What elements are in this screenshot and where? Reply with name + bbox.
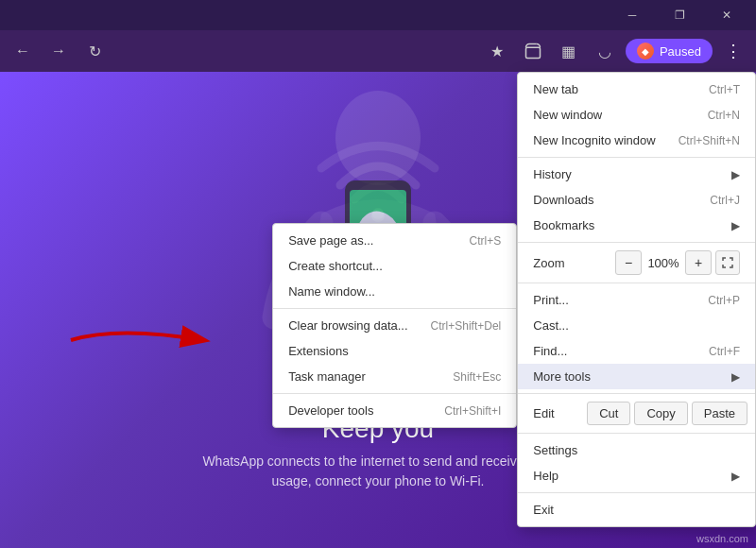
cut-button[interactable]: Cut (587, 402, 630, 425)
submenu-clear-browsing[interactable]: Clear browsing data... Ctrl+Shift+Del (273, 313, 516, 338)
submenu-name-window[interactable]: Name window... (273, 279, 516, 304)
menu-divider-6 (518, 492, 755, 493)
menu-incognito[interactable]: New Incognito window Ctrl+Shift+N (518, 128, 755, 153)
submenu-extensions[interactable]: Extensions (273, 338, 516, 364)
cast-icon[interactable] (518, 36, 548, 66)
back-button[interactable]: ← (8, 36, 38, 66)
title-bar: ─ ❐ ✕ (0, 0, 756, 30)
reload-button[interactable]: ↻ (79, 36, 110, 66)
menu-new-tab[interactable]: New tab Ctrl+T (518, 77, 755, 102)
paused-button[interactable]: ◆ Paused (626, 39, 713, 63)
edit-row: Edit Cut Copy Paste (518, 398, 755, 429)
bookmark-star-icon[interactable]: ★ (482, 36, 512, 66)
menu-cast[interactable]: Cast... (518, 313, 755, 338)
paste-button[interactable]: Paste (692, 402, 747, 425)
paused-icon: ◆ (637, 43, 654, 60)
chrome-main-menu: New tab Ctrl+T New window Ctrl+N New Inc… (517, 72, 756, 527)
menu-settings[interactable]: Settings (518, 437, 755, 463)
apps-icon[interactable]: ▦ (554, 36, 584, 66)
menu-downloads[interactable]: Downloads Ctrl+J (518, 187, 755, 213)
menu-print[interactable]: Print... Ctrl+P (518, 287, 755, 313)
menu-icon[interactable]: ⋮ (718, 36, 748, 66)
watermark: wsxdn.com (696, 533, 748, 544)
menu-divider-4 (518, 393, 755, 394)
zoom-plus-button[interactable]: + (685, 250, 712, 275)
zoom-fullscreen-button[interactable] (715, 250, 740, 275)
menus-overlay: Save page as... Ctrl+S Create shortcut..… (273, 72, 756, 527)
submenu-create-shortcut[interactable]: Create shortcut... (273, 253, 516, 279)
menu-help[interactable]: Help ▶ (518, 463, 755, 488)
paused-label: Paused (660, 44, 701, 59)
zoom-value-display: 100% (644, 256, 683, 270)
submenu-divider-1 (273, 308, 516, 309)
menu-new-window[interactable]: New window Ctrl+N (518, 102, 755, 128)
menu-exit[interactable]: Exit (518, 497, 755, 522)
forward-button[interactable]: → (43, 36, 74, 66)
submenu-divider-2 (273, 393, 516, 394)
close-button[interactable]: ✕ (705, 0, 748, 30)
zoom-controls: − 100% + (615, 250, 712, 275)
zoom-minus-button[interactable]: − (615, 250, 642, 275)
copy-button[interactable]: Copy (634, 402, 687, 425)
menu-history[interactable]: History ▶ (518, 162, 755, 187)
menu-more-tools[interactable]: More tools ▶ (518, 364, 755, 389)
menu-bookmarks[interactable]: Bookmarks ▶ (518, 213, 755, 238)
arrow-left-icon (61, 317, 213, 364)
menu-find[interactable]: Find... Ctrl+F (518, 338, 755, 364)
submenu-developer-tools[interactable]: Developer tools Ctrl+Shift+I (273, 398, 516, 423)
zoom-row: Zoom − 100% + (518, 247, 755, 279)
menu-divider-1 (518, 157, 755, 158)
extensions-icon[interactable]: ◡ (590, 36, 620, 66)
maximize-button[interactable]: ❐ (658, 0, 701, 30)
menu-divider-3 (518, 283, 755, 283)
browser-toolbar: ← → ↻ ★ ▦ ◡ ◆ Paused ⋮ (0, 30, 756, 72)
submenu-task-manager[interactable]: Task manager Shift+Esc (273, 364, 516, 389)
menu-divider-5 (518, 433, 755, 434)
submenu-save-page[interactable]: Save page as... Ctrl+S (273, 228, 516, 253)
svg-rect-0 (525, 47, 540, 58)
more-tools-submenu: Save page as... Ctrl+S Create shortcut..… (272, 223, 517, 428)
menu-divider-2 (518, 242, 755, 243)
minimize-button[interactable]: ─ (610, 0, 654, 30)
